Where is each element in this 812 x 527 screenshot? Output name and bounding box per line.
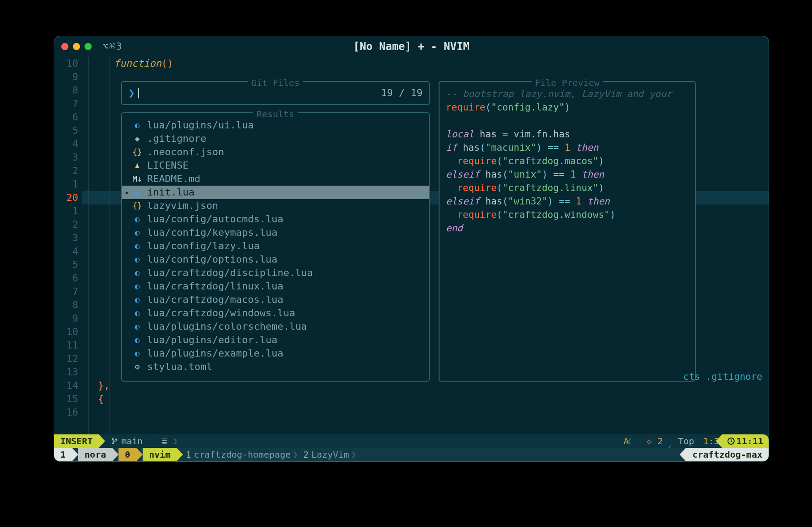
line-number: 12 (54, 352, 78, 366)
tmux-window[interactable]: 1craftzdog-homepage (177, 448, 294, 461)
code-token: { (98, 393, 104, 404)
code-token: then (582, 196, 610, 207)
line-number: 3 (54, 151, 78, 164)
file-name: lua/craftzdog/linux.lua (147, 280, 283, 293)
tmux-window[interactable]: 2LazyVim (294, 448, 352, 461)
list-item[interactable]: {}.neoconf.json (122, 145, 429, 159)
line-number: 1 (54, 204, 78, 218)
editor-area: 109876543212012345678910111213141516 fun… (54, 57, 769, 434)
list-item[interactable]: ◐lua/config/keymaps.lua (122, 226, 429, 239)
preview-body[interactable]: -- bootstrap lazy.nvim, LazyVim and your… (440, 82, 695, 235)
code-token: require (457, 183, 497, 193)
list-item[interactable]: ◐lua/craftzdog/linux.lua (122, 280, 429, 293)
result-counter: 19 / 19 (381, 86, 423, 100)
list-item[interactable]: ◐lua/craftzdog/windows.lua (122, 306, 429, 320)
tmux-hostname: craftzdog-max (686, 448, 769, 461)
code-token: == (548, 169, 571, 180)
code-token: has (480, 169, 503, 180)
tmux-active-window-index[interactable]: 0 (118, 448, 136, 461)
file-name: lua/plugins/colorscheme.lua (147, 320, 307, 333)
code-token: "unix" (508, 169, 542, 180)
code-token: -- bootstrap lazy.nvim, LazyVim and your (446, 89, 672, 99)
list-item[interactable]: ◐lua/config/lazy.lua (122, 239, 429, 253)
code-token: elseif (446, 169, 480, 180)
tmux-active-window-name[interactable]: nvim (143, 448, 177, 461)
list-item[interactable]: ◐lua/craftzdog/discipline.lua (122, 266, 429, 280)
code-token: == (553, 196, 576, 207)
list-item[interactable]: M↓README.md (122, 172, 429, 186)
terminal-window: ⌥⌘3 [No Name] + - NVIM 10987654321201234… (54, 36, 769, 462)
line-number: 9 (54, 312, 78, 325)
line-number: 11 (54, 339, 78, 352)
diagnostic-separator (631, 434, 644, 448)
tmux-session-name[interactable]: nora (78, 448, 112, 461)
line-number: 9 (54, 70, 78, 84)
branch-name: main (121, 434, 143, 448)
prompt-chevron-icon: ❯ (128, 86, 135, 100)
list-item[interactable]: ◐lua/plugins/colorscheme.lua (122, 320, 429, 333)
file-name: .gitignore (147, 132, 206, 145)
line-number: 13 (54, 366, 78, 379)
code-token: then (576, 169, 604, 180)
code-token: require (446, 102, 486, 113)
file-name: lua/craftzdog/discipline.lua (147, 266, 313, 280)
file-name: lua/craftzdog/macos.lua (147, 293, 283, 306)
git-file-icon: ◆ (132, 132, 143, 145)
list-item[interactable]: ◐lua/config/options.lua (122, 253, 429, 266)
list-item[interactable]: ⚙stylua.toml (122, 360, 429, 374)
list-item[interactable]: ◐lua/plugins/example.lua (122, 347, 429, 360)
file-name: lua/plugins/ui.lua (147, 119, 254, 132)
line-number: 10 (54, 57, 78, 70)
list-item[interactable]: ♟LICENSE (122, 159, 429, 172)
list-item[interactable]: ◐lua/plugins/ui.lua (122, 119, 429, 132)
file-name: lazyvim.json (147, 199, 218, 212)
list-item[interactable]: ◐lua/plugins/editor.lua (122, 333, 429, 347)
telescope-preview-panel: File Preview -- bootstrap lazy.nvim, Laz… (439, 81, 696, 382)
code-token: local (446, 129, 474, 140)
lua-file-icon: ◐ (132, 253, 143, 266)
file-name: .neoconf.json (147, 145, 224, 159)
list-item[interactable]: ◐lua/craftzdog/macos.lua (122, 293, 429, 306)
list-item[interactable]: ◐lua/config/autocmds.lua (122, 212, 429, 226)
list-item[interactable]: ◐init.lua (122, 186, 429, 199)
line-number: 7 (54, 285, 78, 298)
code-token: = (502, 129, 508, 140)
clock-time: 11:11 (736, 434, 763, 448)
list-item[interactable]: ◆.gitignore (122, 132, 429, 145)
lua-file-icon: ◐ (132, 226, 143, 239)
code-token: has (457, 142, 480, 153)
lua-file-icon: ◐ (132, 320, 143, 333)
lic-file-icon: ♟ (132, 159, 143, 172)
md-file-icon: M↓ (132, 172, 143, 186)
line-number: 15 (54, 392, 78, 406)
file-name: lua/plugins/example.lua (147, 347, 283, 360)
file-name: lua/config/options.lua (147, 253, 277, 266)
code-token: () (161, 58, 173, 69)
telescope-prompt-panel: Git Files ❯ 19 / 19 (121, 81, 430, 105)
line-number: 6 (54, 110, 78, 124)
file-name: README.md (147, 172, 200, 186)
lua-file-icon: ◐ (132, 347, 143, 360)
panel-legend: Git Files (248, 76, 303, 89)
list-item[interactable]: {}lazyvim.json (122, 199, 429, 212)
code-token: elseif (446, 196, 480, 207)
text-cursor[interactable] (138, 88, 139, 98)
code-token: == (542, 142, 565, 153)
tmux-session-index[interactable]: 1 (54, 448, 72, 461)
titlebar: ⌥⌘3 [No Name] + - NVIM (54, 36, 769, 57)
line-number: 3 (54, 231, 78, 245)
lua-file-icon: ◐ (132, 266, 143, 280)
tmux-statusline: 1 nora 0 nvim 1craftzdog-homepage2LazyVi… (54, 448, 769, 461)
code-token: require (457, 156, 497, 166)
line-number-gutter: 109876543212012345678910111213141516 (54, 57, 82, 434)
mode-segment: INSERT (54, 434, 99, 448)
window-title: [No Name] + - NVIM (54, 40, 769, 53)
code-token: has (480, 196, 503, 207)
code-token: vim.fn.has (508, 129, 570, 140)
toml-file-icon: ⚙ (132, 360, 143, 374)
results-list[interactable]: ◐lua/plugins/ui.lua◆.gitignore{}.neoconf… (122, 113, 429, 374)
file-name: lua/config/keymaps.lua (147, 226, 277, 239)
package-count: ⟐ 2 (644, 434, 665, 448)
code-token: if (446, 142, 457, 153)
scroll-position: Top (672, 434, 701, 448)
